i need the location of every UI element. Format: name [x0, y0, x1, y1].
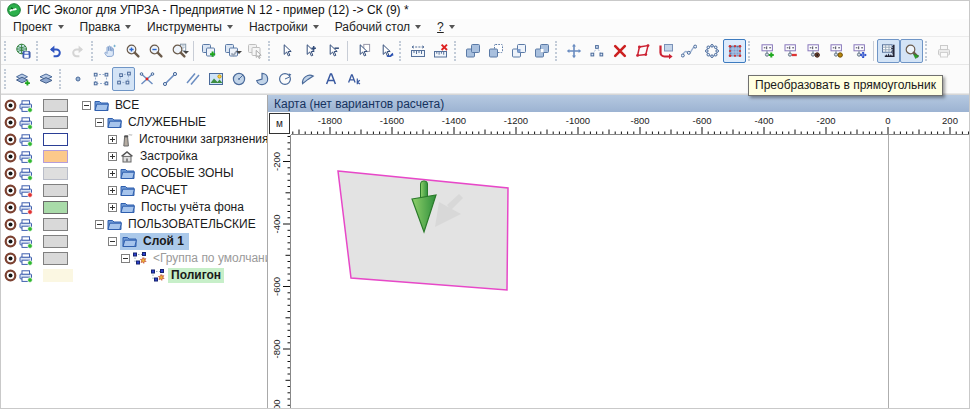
add-text-small-button[interactable]: [342, 67, 365, 91]
undo-button[interactable]: [43, 39, 66, 63]
layer-color-swatch[interactable]: [43, 99, 68, 112]
layer-color-swatch[interactable]: [43, 269, 73, 282]
visibility-eye-icon[interactable]: [4, 167, 17, 180]
visibility-eye-icon[interactable]: [4, 218, 17, 231]
tree-expander-minus[interactable]: [95, 118, 104, 127]
toolbar-drag-handle[interactable]: [748, 41, 753, 61]
tree-expander-plus[interactable]: [108, 135, 117, 144]
tree-expander-plus[interactable]: [108, 152, 117, 161]
select-by-sheet-button[interactable]: [351, 39, 374, 63]
boolean-subtract-button[interactable]: [484, 39, 507, 63]
toolbar-drag-handle[interactable]: [555, 41, 560, 61]
tree-expander-minus[interactable]: [82, 101, 91, 110]
smooth-spline-button[interactable]: [677, 39, 700, 63]
draw-line-button[interactable]: [158, 67, 181, 91]
menu-item-настройки[interactable]: Настройки: [241, 19, 327, 36]
tree-row[interactable]: СЛУЖЕБНЫЕ: [1, 114, 267, 131]
draw-rectangle-button[interactable]: [89, 67, 112, 91]
toolbar-drag-handle[interactable]: [36, 41, 41, 61]
label-visibility-button[interactable]: [801, 39, 824, 63]
tree-expander-plus[interactable]: [108, 169, 117, 178]
label-move-button[interactable]: [847, 39, 870, 63]
measure-clear-button[interactable]: [429, 39, 452, 63]
toolbar-drag-handle[interactable]: [59, 69, 64, 89]
move-nodes-button[interactable]: [585, 39, 608, 63]
draw-sector-button[interactable]: [250, 67, 273, 91]
visibility-eye-icon[interactable]: [4, 235, 17, 248]
print-button[interactable]: [932, 39, 955, 63]
tree-row[interactable]: Застройка: [1, 148, 267, 165]
toolbar-drag-handle[interactable]: [91, 41, 96, 61]
tree-row[interactable]: ПОЛЬЗОВАТЕЛЬСКИЕ: [1, 216, 267, 233]
printer-icon[interactable]: [19, 218, 34, 232]
printer-icon[interactable]: [19, 116, 34, 130]
toolbar-drag-handle[interactable]: [4, 41, 9, 61]
printer-icon[interactable]: [19, 252, 34, 266]
toolbar-drag-handle[interactable]: [925, 41, 930, 61]
draw-circle-button[interactable]: [227, 67, 250, 91]
convert-to-rectangle-button[interactable]: [723, 39, 746, 63]
layer-color-swatch[interactable]: [43, 201, 68, 214]
layer-color-swatch[interactable]: [43, 184, 68, 197]
visibility-eye-icon[interactable]: [4, 99, 17, 112]
printer-icon[interactable]: [19, 99, 34, 113]
draw-arc-button[interactable]: [296, 67, 319, 91]
object-table-button[interactable]: [877, 39, 900, 63]
tree-row[interactable]: ОСОБЫЕ ЗОНЫ: [1, 165, 267, 182]
visibility-eye-icon[interactable]: [4, 150, 17, 163]
tree-expander-minus[interactable]: [95, 220, 104, 229]
select-add-button[interactable]: [298, 39, 321, 63]
select-remove-button[interactable]: [321, 39, 344, 63]
printer-icon[interactable]: [19, 235, 34, 249]
draw-circle-by-points-button[interactable]: [273, 67, 296, 91]
visibility-eye-icon[interactable]: [4, 201, 17, 214]
zoom-in-button[interactable]: [121, 39, 144, 63]
layers-list-button[interactable]: [34, 67, 57, 91]
insert-image-button[interactable]: [204, 67, 227, 91]
toolbar-drag-handle[interactable]: [454, 41, 459, 61]
delete-object-button[interactable]: [608, 39, 631, 63]
menu-item-рабочий-стол[interactable]: Рабочий стол: [327, 19, 429, 36]
layer-color-swatch[interactable]: [43, 150, 68, 163]
add-object-button[interactable]: [197, 39, 220, 63]
toolbar-drag-handle[interactable]: [4, 69, 9, 89]
tree-expander-minus[interactable]: [108, 237, 117, 246]
tree-expander-plus[interactable]: [108, 186, 117, 195]
menu-item-проект[interactable]: Проект: [5, 19, 72, 36]
layer-color-swatch[interactable]: [43, 167, 68, 180]
move-object-button[interactable]: [562, 39, 585, 63]
printer-icon[interactable]: [19, 150, 34, 164]
printer-icon[interactable]: [19, 184, 34, 198]
tree-row[interactable]: Источники загрязнения ат...: [1, 131, 267, 148]
printer-icon[interactable]: [19, 167, 34, 181]
zoom-page-button[interactable]: [167, 39, 190, 63]
visibility-eye-icon[interactable]: [4, 116, 17, 129]
boolean-exclude-button[interactable]: [530, 39, 553, 63]
menu-item-?[interactable]: ?: [429, 19, 463, 36]
edit-polygon-nodes-button[interactable]: [631, 39, 654, 63]
tree-row[interactable]: Полигон: [1, 267, 267, 284]
draw-point-button[interactable]: [66, 67, 89, 91]
layer-add-button[interactable]: [11, 67, 34, 91]
boolean-intersect-button[interactable]: [507, 39, 530, 63]
boolean-union-button[interactable]: [461, 39, 484, 63]
toolbar-drag-handle[interactable]: [399, 41, 404, 61]
printer-icon[interactable]: [19, 201, 34, 215]
tree-expander-minus[interactable]: [121, 254, 130, 263]
add-text-button[interactable]: [319, 67, 342, 91]
tree-row[interactable]: <Группа по умолчанию>: [1, 250, 267, 267]
menu-item-правка[interactable]: Правка: [72, 19, 140, 36]
layer-color-swatch[interactable]: [43, 116, 68, 129]
layer-color-swatch[interactable]: [43, 235, 68, 248]
printer-icon[interactable]: [19, 133, 34, 147]
draw-polygon-button[interactable]: [112, 67, 135, 91]
layer-color-swatch[interactable]: [43, 133, 68, 146]
split-object-button[interactable]: [135, 67, 158, 91]
layer-color-swatch[interactable]: [43, 252, 68, 265]
tree-row[interactable]: ВСЕ: [1, 97, 267, 114]
pick-object-button[interactable]: [243, 39, 266, 63]
visibility-eye-icon[interactable]: [4, 184, 17, 197]
select-copy-button[interactable]: [374, 39, 397, 63]
accept-object-button[interactable]: [220, 39, 243, 63]
map-canvas[interactable]: [291, 135, 969, 409]
